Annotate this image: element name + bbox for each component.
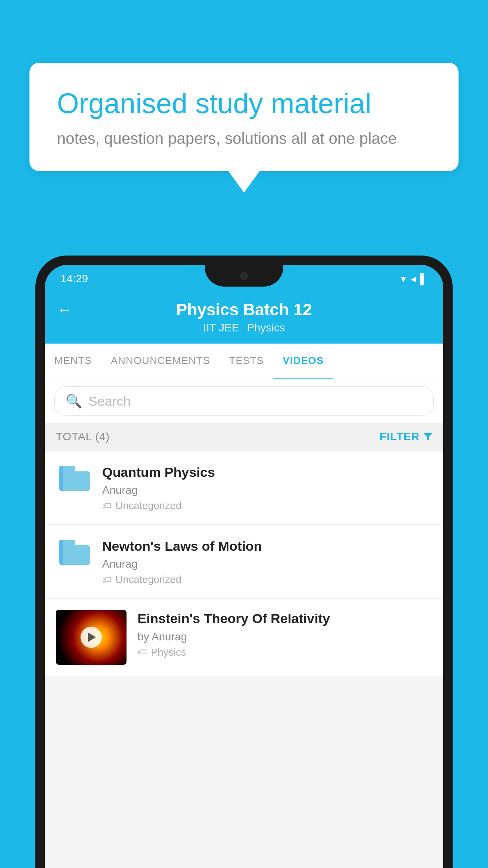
folder-icon <box>59 540 88 565</box>
tabs-bar: MENTS ANNOUNCEMENTS TESTS VIDEOS <box>45 344 443 379</box>
video-info: Einstein's Theory Of Relativity by Anura… <box>138 610 432 658</box>
header-tag-iitjee: IIT JEE <box>203 322 239 334</box>
search-container: 🔍 Search <box>45 379 443 423</box>
video-tag: 🏷 Uncategorized <box>102 574 432 586</box>
speech-bubble-title: Organised study material <box>57 86 431 120</box>
speech-bubble-subtitle: notes, question papers, solutions all at… <box>57 130 431 147</box>
phone-screen: 14:29 ▾ ◂ ▌ ← Physics Batch 12 IIT JEE <box>45 265 443 868</box>
tab-tests[interactable]: TESTS <box>220 344 273 379</box>
tag-icon: 🏷 <box>102 574 112 585</box>
video-info: Quantum Physics Anurag 🏷 Uncategorized <box>102 463 432 512</box>
phone-frame: 14:29 ▾ ◂ ▌ ← Physics Batch 12 IIT JEE <box>35 256 453 868</box>
video-info: Newton's Laws of Motion Anurag 🏷 Uncateg… <box>102 537 432 586</box>
video-author: Anurag <box>102 558 432 570</box>
list-item[interactable]: Newton's Laws of Motion Anurag 🏷 Uncateg… <box>45 525 443 599</box>
header-row: ← Physics Batch 12 <box>57 300 431 319</box>
tag-icon: 🏷 <box>102 500 112 511</box>
tag-icon: 🏷 <box>138 647 147 658</box>
status-icons: ▾ ◂ ▌ <box>401 273 427 285</box>
signal-icon: ◂ <box>411 273 416 285</box>
video-title: Newton's Laws of Motion <box>102 537 432 555</box>
list-item[interactable]: Einstein's Theory Of Relativity by Anura… <box>45 599 443 676</box>
phone-inner: 14:29 ▾ ◂ ▌ ← Physics Batch 12 IIT JEE <box>40 260 448 868</box>
folder-icon <box>59 466 88 491</box>
video-tag: 🏷 Physics <box>138 646 432 658</box>
video-author: Anurag <box>102 484 432 497</box>
back-button[interactable]: ← <box>57 301 72 319</box>
folder-front <box>63 471 90 491</box>
video-author: by Anurag <box>138 631 432 643</box>
folder-icon-container <box>56 537 91 565</box>
speech-bubble-section: Organised study material notes, question… <box>29 63 459 193</box>
app-header: ← Physics Batch 12 IIT JEE Physics <box>45 292 443 344</box>
content-area: 🔍 Search TOTAL (4) FILTER <box>45 379 443 868</box>
header-title: Physics Batch 12 <box>176 300 312 319</box>
folder-icon-container <box>56 463 91 491</box>
search-input-wrapper[interactable]: 🔍 Search <box>54 386 434 416</box>
battery-icon: ▌ <box>420 273 427 285</box>
search-placeholder[interactable]: Search <box>88 394 131 409</box>
header-subtitle: IIT JEE Physics <box>203 322 285 334</box>
status-bar: 14:29 ▾ ◂ ▌ <box>45 265 443 292</box>
video-thumbnail <box>56 610 127 665</box>
search-icon: 🔍 <box>66 393 82 409</box>
total-count: TOTAL (4) <box>56 430 110 443</box>
tab-announcements[interactable]: ANNOUNCEMENTS <box>101 344 220 379</box>
filter-bar: TOTAL (4) FILTER <box>45 423 443 451</box>
video-tag: 🏷 Uncategorized <box>102 500 432 512</box>
camera-dot <box>240 272 248 280</box>
video-title: Einstein's Theory Of Relativity <box>138 610 432 627</box>
video-list: Quantum Physics Anurag 🏷 Uncategorized <box>45 451 443 676</box>
svg-marker-0 <box>424 433 432 440</box>
tab-videos[interactable]: VIDEOS <box>273 344 333 379</box>
list-item[interactable]: Quantum Physics Anurag 🏷 Uncategorized <box>45 451 443 525</box>
tab-ments[interactable]: MENTS <box>45 344 101 379</box>
header-tag-physics: Physics <box>247 322 284 334</box>
play-triangle-icon <box>88 633 96 642</box>
status-notch <box>205 265 283 287</box>
video-title: Quantum Physics <box>102 463 432 481</box>
filter-button[interactable]: FILTER <box>380 430 432 443</box>
filter-icon <box>424 433 432 440</box>
status-time: 14:29 <box>61 272 88 285</box>
speech-bubble-tail <box>228 171 260 193</box>
speech-bubble-card: Organised study material notes, question… <box>29 63 459 171</box>
play-button[interactable] <box>81 627 102 648</box>
folder-front <box>63 545 90 565</box>
wifi-icon: ▾ <box>401 273 406 285</box>
